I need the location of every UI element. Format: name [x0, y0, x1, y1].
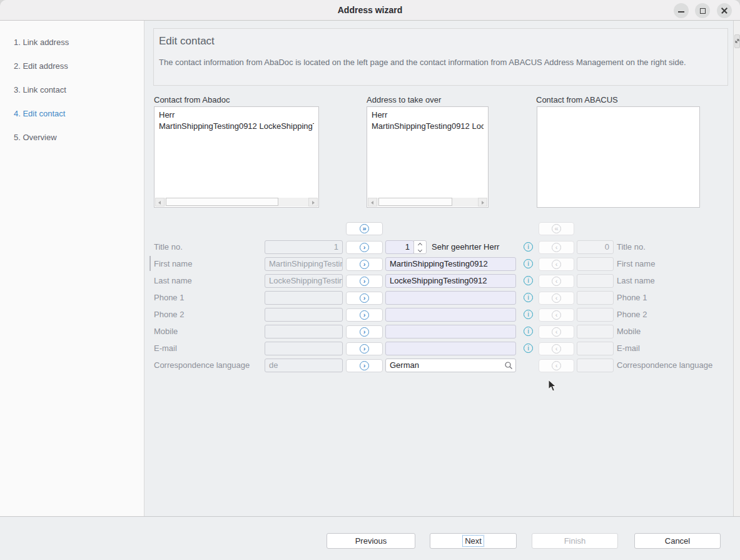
transfer-all-right-button[interactable]: » — [346, 222, 383, 235]
form-row-correspondence-language: Correspondence language de › German ‹ Co… — [0, 359, 740, 372]
abadoc-title-no-field: 1 — [265, 240, 343, 254]
transfer-all-left-button: « — [539, 222, 574, 235]
abacus-phone2-field — [577, 308, 614, 322]
resize-arrows-icon — [735, 39, 739, 43]
abadoc-first-name-field: MartinShippingTesting0912 — [265, 257, 343, 271]
abacus-title-no-field: 0 — [577, 240, 614, 254]
abacus-first-name-field — [577, 257, 614, 271]
field-label: Phone 1 — [154, 291, 261, 305]
contact-from-abadoc-panel[interactable]: Herr MartinShippingTesting0912 LockeShip… — [154, 106, 319, 208]
info-icon[interactable]: i — [524, 293, 533, 302]
transfer-left-button: ‹ — [539, 325, 574, 339]
abacus-last-name-field — [577, 274, 614, 288]
scroll-left-arrow[interactable] — [368, 198, 377, 206]
page-title: Edit contact — [159, 35, 215, 48]
email-input[interactable] — [385, 342, 516, 355]
transfer-left-button: ‹ — [539, 258, 574, 271]
info-icon[interactable]: i — [524, 259, 533, 268]
previous-button[interactable]: Previous — [327, 533, 415, 549]
chevron-left-circle-icon: ‹ — [552, 277, 561, 286]
abadoc-language-field: de — [265, 359, 343, 372]
chevron-right-circle-icon: › — [360, 243, 369, 252]
info-icon[interactable]: i — [524, 327, 533, 336]
transfer-right-button[interactable]: › — [346, 325, 383, 339]
transfer-right-button[interactable]: › — [346, 359, 383, 372]
field-label-right: E-mail — [617, 342, 640, 355]
abadoc-phone2-field — [265, 308, 343, 322]
chevron-left-circle-icon: ‹ — [552, 260, 561, 269]
scrollbar-thumb[interactable] — [166, 198, 278, 206]
field-label-right: Title no. — [617, 240, 646, 254]
address-to-take-over-panel[interactable]: Herr MartinShippingTesting0912 LockeShip… — [367, 106, 489, 208]
page-description: The contact information from AbaDoc is l… — [159, 56, 709, 68]
maximize-button[interactable] — [695, 3, 710, 18]
spinner-down-button[interactable] — [414, 248, 427, 255]
double-chevron-right-icon: » — [360, 224, 369, 233]
scrollbar-thumb[interactable] — [378, 198, 452, 206]
field-label-right: Mobile — [617, 325, 641, 339]
takeover-line-salutation: Herr — [372, 109, 484, 121]
transfer-right-button[interactable]: › — [346, 308, 383, 322]
scroll-left-arrow[interactable] — [155, 198, 165, 206]
chevron-left-circle-icon: ‹ — [552, 327, 561, 337]
field-label-right: Correspondence language — [617, 359, 712, 372]
info-icon[interactable]: i — [524, 344, 533, 353]
phone2-input[interactable] — [385, 308, 516, 322]
step-edit-address[interactable]: 2. Edit address — [14, 61, 68, 71]
mobile-input[interactable] — [385, 325, 516, 339]
chevron-right-circle-icon: › — [360, 293, 369, 303]
next-button[interactable]: Next — [430, 533, 517, 549]
cancel-button[interactable]: Cancel — [634, 533, 721, 549]
info-icon[interactable]: i — [524, 310, 533, 319]
scroll-indicator-button[interactable] — [734, 34, 740, 48]
first-name-input[interactable]: MartinShippingTesting0912 — [385, 257, 516, 271]
footer: Previous Next Finish Cancel — [0, 517, 740, 560]
field-label: Correspondence language — [154, 359, 261, 372]
title-no-spinner — [413, 240, 427, 254]
abadoc-last-name-field: LockeShippingTesting0912 — [265, 274, 343, 288]
last-name-input[interactable]: LockeShippingTesting0912 — [385, 274, 516, 288]
field-label-right: First name — [617, 257, 655, 271]
double-chevron-left-icon: « — [552, 224, 561, 233]
chevron-left-circle-icon: ‹ — [552, 344, 561, 354]
scroll-right-arrow[interactable] — [478, 198, 487, 206]
transfer-left-button: ‹ — [539, 359, 574, 372]
field-label: Last name — [154, 274, 261, 288]
abacus-language-field — [577, 359, 614, 372]
abadoc-horizontal-scrollbar[interactable] — [155, 198, 318, 206]
spinner-up-button[interactable] — [414, 241, 427, 248]
panel-label-abadoc: Contact from Abadoc — [154, 95, 230, 104]
transfer-right-button[interactable]: › — [346, 258, 383, 271]
chevron-down-icon — [418, 248, 422, 252]
form-row-title-no: Title no. 1 › 1 Sehr geehrter Herr i ‹ 0… — [0, 240, 740, 254]
title-no-input[interactable]: 1 — [385, 240, 414, 254]
takeover-line-name: MartinShippingTesting0912 LockeShippingT… — [372, 121, 484, 132]
abacus-mobile-field — [577, 325, 614, 339]
info-icon[interactable]: i — [524, 276, 533, 285]
chevron-left-circle-icon: ‹ — [552, 310, 561, 320]
transfer-right-button[interactable]: › — [346, 292, 383, 305]
chevron-right-circle-icon: › — [360, 344, 369, 354]
step-link-contact[interactable]: 3. Link contact — [14, 85, 66, 94]
phone1-input[interactable] — [385, 291, 516, 305]
mouse-cursor — [548, 379, 558, 393]
chevron-right-circle-icon: › — [360, 310, 369, 320]
language-lookup-input[interactable]: German — [385, 359, 516, 372]
info-icon[interactable]: i — [524, 242, 533, 252]
abacus-email-field — [577, 342, 614, 355]
search-icon[interactable] — [504, 361, 513, 370]
minimize-button[interactable] — [674, 3, 689, 18]
step-overview[interactable]: 5. Overview — [14, 133, 57, 142]
transfer-right-button[interactable]: › — [346, 241, 383, 254]
abadoc-phone1-field — [265, 291, 343, 305]
transfer-right-button[interactable]: › — [346, 275, 383, 288]
chevron-left-circle-icon: ‹ — [552, 293, 561, 303]
step-edit-contact[interactable]: 4. Edit contact — [14, 109, 65, 118]
close-button[interactable] — [717, 3, 732, 18]
scroll-right-arrow[interactable] — [308, 198, 318, 206]
address-wizard-window: Address wizard 1. Link address 2. Edit a… — [0, 0, 740, 560]
takeover-horizontal-scrollbar[interactable] — [368, 198, 487, 206]
contact-from-abacus-panel[interactable] — [537, 106, 700, 208]
transfer-right-button[interactable]: › — [346, 342, 383, 355]
step-link-address[interactable]: 1. Link address — [14, 38, 69, 47]
